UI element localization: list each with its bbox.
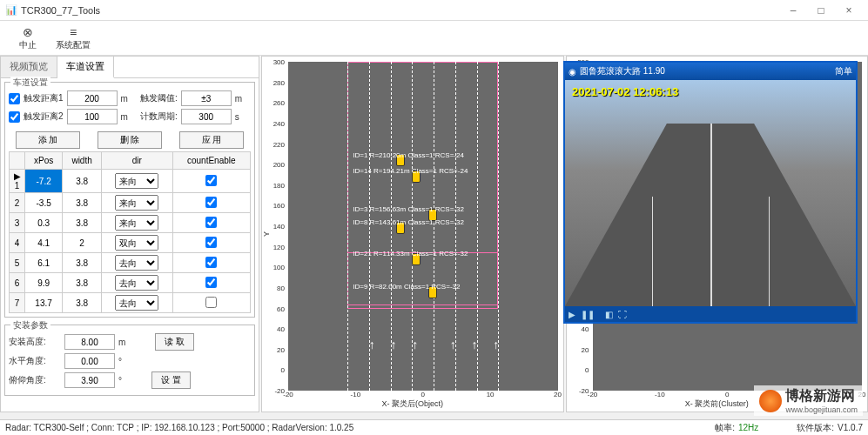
install-height-input[interactable] (64, 334, 115, 350)
stop-icon: ⊗ (23, 25, 33, 39)
trigger-threshold-input[interactable] (181, 90, 232, 106)
count-period-input[interactable] (181, 109, 232, 124)
video-timestamp: 2021-07-02 12:06:13 (572, 85, 678, 98)
table-row[interactable]: 7 13.7 3.8 去向 (10, 293, 251, 313)
pitch-angle-input[interactable] (64, 372, 115, 388)
status-radar: Radar: TCR300-Self ; Conn: TCP ; IP: 192… (5, 423, 353, 432)
camera-icon: ◉ (569, 67, 576, 77)
dir-select[interactable]: 去向 (115, 295, 158, 311)
tab-video-preview[interactable]: 视频预览 (1, 57, 57, 77)
read-button[interactable]: 读 取 (155, 333, 194, 351)
tab-lane-settings[interactable]: 车道设置 (57, 57, 114, 78)
video-titlebar[interactable]: ◉ 圆鲁苑滚滚大路 11.90 简单 (565, 63, 856, 80)
dir-select[interactable]: 去向 (115, 275, 158, 291)
delete-button[interactable]: 删 除 (98, 131, 162, 149)
play-icon[interactable]: ▶ (569, 310, 575, 319)
count-enable-checkbox[interactable] (205, 237, 217, 248)
watermark-icon (759, 390, 782, 412)
config-icon: ≡ (70, 25, 77, 39)
tabstrip: 视频预览 车道设置 (1, 57, 259, 78)
table-row[interactable]: 5 6.1 3.8 去向 (10, 253, 251, 273)
dir-select[interactable]: 来向 (115, 215, 158, 231)
dir-select[interactable]: 去向 (115, 255, 158, 271)
install-params-group: 安装参数 安装高度: m 读 取 水平角度: ° 俯仰角度: ° 设 置 (4, 325, 255, 396)
add-button[interactable]: 添 加 (16, 131, 80, 149)
lane-settings-group: 车道设置 触发距离1 m 触发阈值: m 触发距离2 m 计数周期: s 添 (4, 82, 255, 318)
count-enable-checkbox[interactable] (205, 297, 217, 308)
table-row[interactable]: 2 -3.5 3.8 来向 (10, 193, 251, 213)
maximize-button[interactable]: □ (807, 4, 835, 17)
horizontal-angle-input[interactable] (64, 353, 115, 369)
video-frame: 2021-07-02 12:06:13 (565, 80, 856, 306)
trigger-dist2-input[interactable] (67, 109, 118, 124)
status-version: V1.0.7 (838, 423, 863, 432)
object-plot[interactable]: Y 30028026024022020018016014012010080604… (261, 56, 564, 412)
fullscreen-icon[interactable]: ⛶ (618, 310, 627, 319)
app-icon: 📊 (5, 4, 17, 17)
table-row[interactable]: 4 4.1 2 双向 (10, 233, 251, 253)
config-button[interactable]: ≡ 系统配置 (52, 25, 94, 51)
trigger-dist1-input[interactable] (67, 90, 118, 106)
dir-select[interactable]: 来向 (115, 195, 158, 211)
dir-select[interactable]: 来向 (115, 173, 158, 189)
minimize-button[interactable]: – (779, 4, 807, 17)
count-enable-checkbox[interactable] (205, 217, 217, 228)
lane-table[interactable]: xPos width dir countEnable ▶ 1 -7.2 3.8 … (9, 151, 251, 313)
close-button[interactable]: × (835, 4, 863, 17)
count-enable-checkbox[interactable] (205, 197, 217, 208)
settings-icon[interactable]: ◧ (605, 310, 613, 319)
titlebar: 📊 TCR300_77_Tools – □ × (0, 0, 868, 21)
count-enable-checkbox[interactable] (205, 257, 217, 268)
count-enable-checkbox[interactable] (205, 277, 217, 288)
trigger-dist2-checkbox[interactable] (9, 111, 20, 123)
table-row[interactable]: 3 0.3 3.8 来向 (10, 213, 251, 233)
count-enable-checkbox[interactable] (205, 175, 217, 186)
watermark: 博格新游网 www.bogejituan.com (754, 385, 863, 416)
status-fps: 12Hz (738, 423, 758, 432)
video-window[interactable]: ◉ 圆鲁苑滚滚大路 11.90 简单 2021-07-02 12:06:13 ▶… (563, 61, 858, 324)
statusbar: Radar: TCR300-Self ; Conn: TCP ; IP: 192… (0, 419, 868, 435)
left-panel: 视频预览 车道设置 车道设置 触发距离1 m 触发阈值: m 触发距离2 m 计… (0, 56, 259, 412)
stop-button[interactable]: ⊗ 中止 (7, 25, 49, 51)
dir-select[interactable]: 双向 (115, 235, 158, 251)
table-row[interactable]: 6 9.9 3.8 去向 (10, 273, 251, 293)
trigger-dist1-checkbox[interactable] (9, 93, 20, 104)
apply-button[interactable]: 应 用 (179, 131, 244, 149)
video-controls: ▶ ❚❚ ◧ ⛶ (565, 306, 856, 322)
pause-icon[interactable]: ❚❚ (581, 310, 595, 319)
toolbar: ⊗ 中止 ≡ 系统配置 (0, 21, 868, 56)
set-button[interactable]: 设 置 (151, 371, 191, 389)
table-row[interactable]: ▶ 1 -7.2 3.8 来向 (10, 170, 251, 193)
window-title: TCR300_77_Tools (21, 5, 779, 16)
